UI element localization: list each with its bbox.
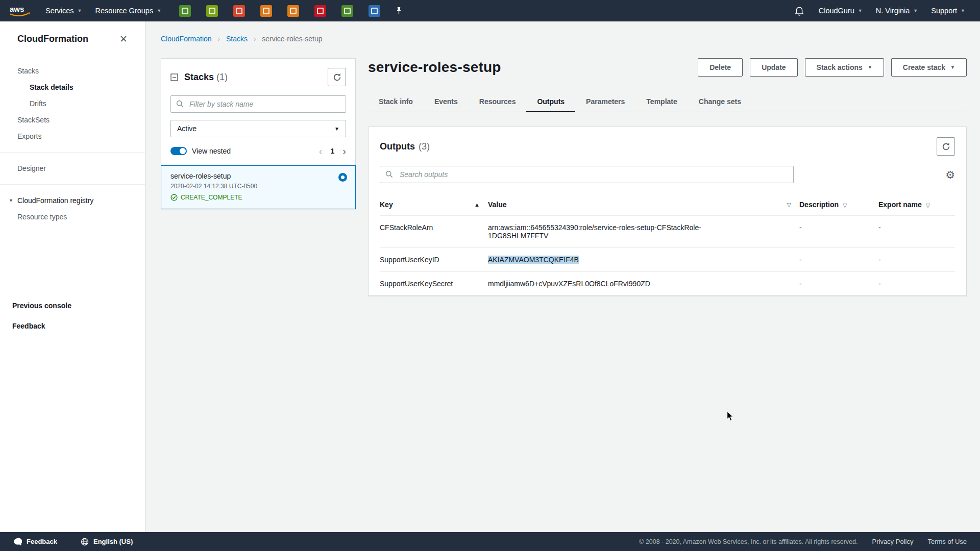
search-outputs-input[interactable] <box>380 166 794 183</box>
services-menu[interactable]: Services ▼ <box>39 0 89 21</box>
sidebar-section-registry[interactable]: ▼ CloudFormation registry <box>0 192 145 209</box>
stack-timestamp: 2020-02-02 14:12:38 UTC-0500 <box>170 183 346 190</box>
table-row: SupportUserKeyID AKIAZMVAOM3TCQKEIF4B - … <box>380 248 955 272</box>
breadcrumb-cloudformation[interactable]: CloudFormation <box>161 35 212 43</box>
footer-language-select[interactable]: English (US) <box>81 538 133 546</box>
table-row: CFStackRoleArn arn:aws:iam::645655324390… <box>380 216 955 248</box>
stack-actions-button[interactable]: Stack actions ▼ <box>805 58 884 77</box>
outputs-table: Key ▲ Value ▽ <box>380 193 955 295</box>
column-header-export-name[interactable]: Export name▽ <box>878 193 955 216</box>
service-shortcut-icon[interactable] <box>233 5 245 17</box>
sidebar-item-stacks[interactable]: Stacks <box>0 63 145 79</box>
stack-name: service-roles-setup <box>170 172 346 180</box>
chevron-down-icon: ▼ <box>78 8 82 13</box>
sort-icon: ▽ <box>843 202 847 208</box>
main-content: CloudFormation › Stacks › service-roles-… <box>145 21 980 532</box>
chevron-down-icon: ▼ <box>9 198 13 203</box>
chevron-down-icon: ▼ <box>913 8 918 13</box>
sidebar-nav: Stacks Stack details Drifts StackSets Ex… <box>0 63 145 225</box>
output-export-name: - <box>878 216 955 248</box>
tab-parameters[interactable]: Parameters <box>575 92 635 112</box>
column-header-value[interactable]: Value ▽ <box>488 193 799 216</box>
output-description: - <box>799 272 878 296</box>
sidebar-item-exports[interactable]: Exports <box>0 128 145 144</box>
tab-template[interactable]: Template <box>635 92 688 112</box>
stack-status-filter-select[interactable]: Active ▼ <box>170 120 346 137</box>
stack-detail: service-roles-setup Delete Update Stack … <box>368 58 967 296</box>
breadcrumb-separator: › <box>218 35 220 43</box>
close-icon[interactable]: ✕ <box>119 34 128 44</box>
outputs-panel: Outputs (3) <box>368 127 967 296</box>
previous-console-link[interactable]: Previous console <box>0 302 145 310</box>
resource-groups-menu[interactable]: Resource Groups ▼ <box>89 0 168 21</box>
update-button[interactable]: Update <box>750 58 797 77</box>
tab-outputs[interactable]: Outputs <box>526 92 575 112</box>
pin-icon[interactable] <box>396 7 402 15</box>
stack-list-item[interactable]: service-roles-setup 2020-02-02 14:12:38 … <box>161 165 356 209</box>
output-key: SupportUserKeySecret <box>380 272 488 296</box>
previous-page-icon[interactable]: ‹ <box>319 146 323 156</box>
output-description: - <box>799 248 878 272</box>
output-export-name: - <box>878 248 955 272</box>
service-shortcut-icon[interactable] <box>369 5 380 17</box>
breadcrumb-current: service-roles-setup <box>262 35 322 43</box>
sidebar-item-designer[interactable]: Designer <box>0 160 145 177</box>
aws-logo[interactable]: aws <box>8 4 32 18</box>
feedback-bubble-icon <box>13 538 22 546</box>
stack-filter-input[interactable] <box>170 95 346 113</box>
search-icon <box>385 170 393 180</box>
collapse-panel-icon[interactable] <box>170 73 178 81</box>
stack-status-text: CREATE_COMPLETE <box>181 194 242 201</box>
sidebar-item-resource-types[interactable]: Resource types <box>0 209 145 225</box>
pagination: ‹ 1 › <box>319 146 346 156</box>
page-title: service-roles-setup <box>368 59 501 76</box>
service-shortcut-icon[interactable] <box>179 5 191 17</box>
sort-ascending-icon: ▲ <box>474 202 480 208</box>
footer-bar: Feedback English (US) © 2008 - 2020, Ama… <box>0 532 980 551</box>
column-header-key[interactable]: Key ▲ <box>380 193 488 216</box>
svg-text:aws: aws <box>10 5 24 13</box>
search-icon <box>176 100 184 109</box>
column-header-description[interactable]: Description▽ <box>799 193 878 216</box>
account-menu[interactable]: CloudGuru ▼ <box>812 0 869 21</box>
output-value: arn:aws:iam::645655324390:role/service-r… <box>488 216 799 248</box>
gear-icon[interactable]: ⚙ <box>945 169 955 180</box>
tab-stack-info[interactable]: Stack info <box>368 92 424 112</box>
service-shortcut-icon[interactable] <box>314 5 326 17</box>
service-shortcut-icon[interactable] <box>341 5 353 17</box>
next-page-icon[interactable]: › <box>342 146 346 156</box>
footer-feedback-link[interactable]: Feedback <box>13 538 57 546</box>
create-stack-button[interactable]: Create stack ▼ <box>891 58 967 77</box>
sort-icon: ▽ <box>787 202 791 208</box>
chevron-down-icon: ▼ <box>950 65 955 70</box>
notifications-bell-icon[interactable] <box>787 6 812 16</box>
globe-icon <box>81 538 89 546</box>
breadcrumb-stacks[interactable]: Stacks <box>226 35 248 43</box>
tab-change-sets[interactable]: Change sets <box>688 92 752 112</box>
stack-action-buttons: Delete Update Stack actions ▼ Create sta… <box>698 58 967 77</box>
service-shortcut-icon[interactable] <box>260 5 272 17</box>
sidebar: CloudFormation ✕ Stacks Stack details Dr… <box>0 21 145 532</box>
page-number: 1 <box>331 147 335 155</box>
sidebar-item-drifts[interactable]: Drifts <box>0 95 145 112</box>
service-shortcut-icon[interactable] <box>206 5 218 17</box>
privacy-policy-link[interactable]: Privacy Policy <box>872 538 914 545</box>
delete-button[interactable]: Delete <box>698 58 743 77</box>
service-shortcut-icon[interactable] <box>287 5 299 17</box>
tab-resources[interactable]: Resources <box>469 92 527 112</box>
support-menu[interactable]: Support ▼ <box>924 0 972 21</box>
sidebar-item-stacksets[interactable]: StackSets <box>0 112 145 128</box>
stack-selected-radio[interactable] <box>338 173 347 182</box>
refresh-stacks-button[interactable] <box>328 68 346 86</box>
breadcrumb-separator: › <box>254 35 256 43</box>
sidebar-feedback-link[interactable]: Feedback <box>0 322 145 330</box>
view-nested-toggle[interactable] <box>170 147 187 155</box>
terms-of-use-link[interactable]: Terms of Use <box>927 538 967 545</box>
breadcrumb: CloudFormation › Stacks › service-roles-… <box>161 35 967 43</box>
output-key: CFStackRoleArn <box>380 216 488 248</box>
region-menu[interactable]: N. Virginia ▼ <box>869 0 925 21</box>
output-export-name: - <box>878 272 955 296</box>
sidebar-item-stack-details[interactable]: Stack details <box>0 79 145 95</box>
tab-events[interactable]: Events <box>424 92 469 112</box>
refresh-outputs-button[interactable] <box>937 137 955 156</box>
